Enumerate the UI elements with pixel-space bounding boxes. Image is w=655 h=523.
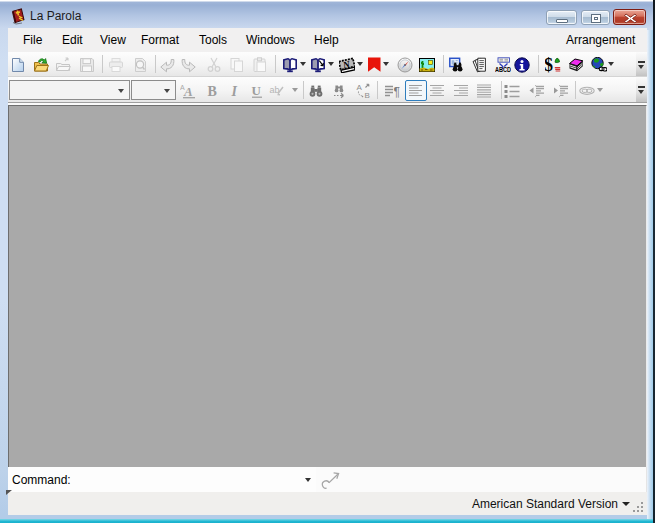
svg-text:B: B — [207, 84, 216, 99]
svg-text:A: A — [183, 84, 193, 99]
svg-text:ABCD: ABCD — [495, 66, 511, 73]
svg-text:U: U — [251, 83, 261, 98]
svg-text:B: B — [365, 91, 370, 99]
svg-text:¶: ¶ — [394, 85, 400, 99]
svg-text:$: $ — [545, 57, 553, 73]
svg-text:A: A — [357, 83, 363, 92]
svg-text:I: I — [230, 84, 237, 99]
